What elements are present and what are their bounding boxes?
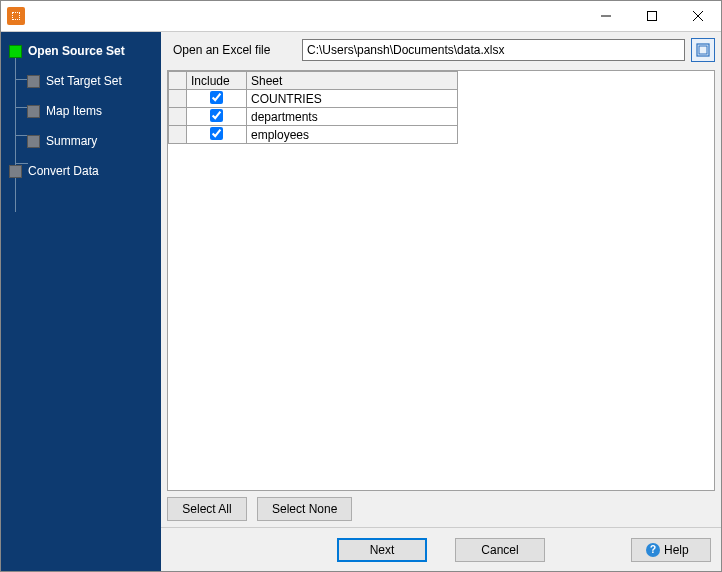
step-box-icon xyxy=(27,135,40,148)
col-header-include[interactable]: Include xyxy=(187,72,247,90)
nav-set-target-set[interactable]: Set Target Set xyxy=(5,70,157,92)
nav-summary[interactable]: Summary xyxy=(5,130,157,152)
sheet-name-cell[interactable]: COUNTRIES xyxy=(247,90,458,108)
wizard-sidebar: Open Source Set Set Target Set Map Items… xyxy=(1,32,161,571)
nav-map-items[interactable]: Map Items xyxy=(5,100,157,122)
svg-rect-1 xyxy=(648,12,657,21)
browse-icon xyxy=(696,43,710,57)
window-controls xyxy=(583,1,721,31)
close-button[interactable] xyxy=(675,1,721,31)
step-box-icon xyxy=(27,75,40,88)
table-row: COUNTRIES xyxy=(169,90,458,108)
nav-open-source-set[interactable]: Open Source Set xyxy=(5,40,157,62)
help-icon: ? xyxy=(646,543,660,557)
include-cell xyxy=(187,108,247,126)
file-path-input[interactable] xyxy=(302,39,685,61)
row-header[interactable] xyxy=(169,90,187,108)
maximize-button[interactable] xyxy=(629,1,675,31)
step-box-icon xyxy=(9,45,22,58)
table-row: employees xyxy=(169,126,458,144)
select-none-button[interactable]: Select None xyxy=(257,497,352,521)
browse-button[interactable] xyxy=(691,38,715,62)
select-all-button[interactable]: Select All xyxy=(167,497,247,521)
help-label: Help xyxy=(664,543,689,557)
table-corner xyxy=(169,72,187,90)
nav-label: Open Source Set xyxy=(28,44,125,58)
nav-label: Summary xyxy=(46,134,97,148)
main-panel: Open an Excel file Include Sheet COU xyxy=(161,32,721,571)
open-file-label: Open an Excel file xyxy=(167,43,302,57)
next-button[interactable]: Next xyxy=(337,538,427,562)
sheet-name-cell[interactable]: departments xyxy=(247,108,458,126)
help-button[interactable]: ? Help xyxy=(631,538,711,562)
nav-label: Map Items xyxy=(46,104,102,118)
cancel-button[interactable]: Cancel xyxy=(455,538,545,562)
step-box-icon xyxy=(9,165,22,178)
sheet-list-panel: Include Sheet COUNTRIESdepartmentsemploy… xyxy=(167,70,715,491)
col-header-sheet[interactable]: Sheet xyxy=(247,72,458,90)
sheet-name-cell[interactable]: employees xyxy=(247,126,458,144)
step-box-icon xyxy=(27,105,40,118)
row-header[interactable] xyxy=(169,108,187,126)
include-checkbox[interactable] xyxy=(210,127,223,140)
app-icon xyxy=(7,7,25,25)
row-header[interactable] xyxy=(169,126,187,144)
svg-rect-5 xyxy=(699,46,707,54)
nav-label: Convert Data xyxy=(28,164,99,178)
titlebar xyxy=(1,1,721,31)
include-cell xyxy=(187,126,247,144)
table-row: departments xyxy=(169,108,458,126)
include-checkbox[interactable] xyxy=(210,109,223,122)
include-checkbox[interactable] xyxy=(210,91,223,104)
include-cell xyxy=(187,90,247,108)
sheet-table: Include Sheet COUNTRIESdepartmentsemploy… xyxy=(168,71,458,144)
nav-label: Set Target Set xyxy=(46,74,122,88)
minimize-button[interactable] xyxy=(583,1,629,31)
